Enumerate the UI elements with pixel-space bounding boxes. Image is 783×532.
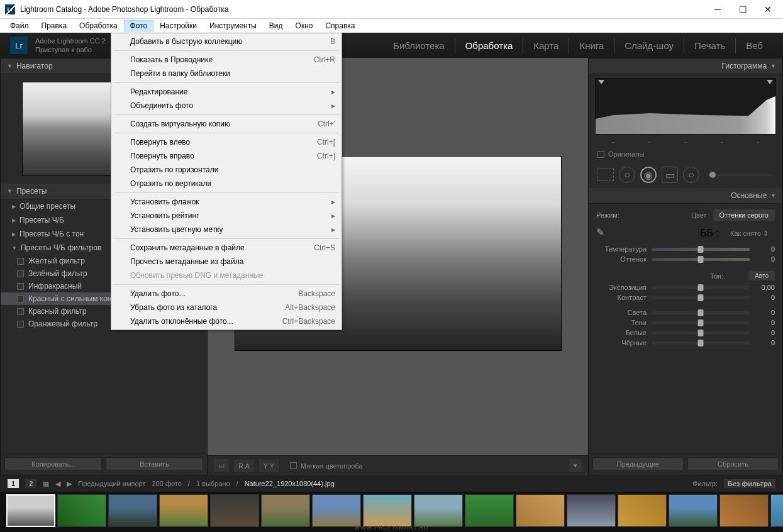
slider-Белые[interactable]: Белые0 — [596, 328, 775, 338]
module-Слайд-шоу[interactable]: Слайд-шоу — [614, 38, 684, 53]
menu-item[interactable]: Объединить фото▸ — [113, 99, 340, 113]
module-Карта[interactable]: Карта — [523, 38, 569, 53]
window-title: Lightroom Catalog - Adobe Photoshop Ligh… — [20, 5, 710, 14]
slider-Контраст[interactable]: Контраст0 — [596, 292, 775, 302]
menu-item[interactable]: Создать виртуальную копиюCtrl+' — [113, 117, 340, 131]
slider-Чёрные[interactable]: Чёрные0 — [596, 338, 775, 348]
menu-item[interactable]: Отразить по вертикали — [113, 177, 340, 191]
maximize-button[interactable]: ☐ — [735, 2, 750, 17]
menu-item[interactable]: Установить рейтинг▸ — [113, 209, 340, 223]
module-picker: БиблиотекаОбработкаКартаКнигаСлайд-шоуПе… — [383, 38, 773, 53]
histogram[interactable] — [595, 78, 776, 135]
crop-tool-icon[interactable] — [597, 169, 614, 181]
thumbnail[interactable] — [770, 494, 783, 527]
minimize-button[interactable]: ─ — [710, 2, 725, 17]
forward-icon[interactable]: ▶ — [67, 480, 72, 488]
filter-dropdown[interactable]: Без фильтра — [724, 479, 775, 488]
menu-фото[interactable]: Фото — [124, 20, 154, 31]
thumbnail[interactable] — [312, 494, 361, 527]
paste-button[interactable]: Вставить — [106, 457, 203, 471]
radial-tool-icon[interactable]: ○ — [683, 167, 699, 183]
display-2-badge[interactable]: 2 — [25, 479, 36, 488]
module-Обработка[interactable]: Обработка — [455, 38, 523, 53]
menu-item[interactable]: Удалить отклонённые фото...Ctrl+Backspac… — [113, 314, 340, 328]
slider-Оттенок[interactable]: Оттенок0 — [596, 254, 775, 264]
mode-tab[interactable]: Цвет — [685, 209, 713, 221]
thumbnail[interactable] — [210, 494, 259, 527]
menu-инструменты[interactable]: Инструменты — [203, 20, 263, 31]
compare-icon[interactable]: R A — [234, 460, 254, 472]
eyedropper-icon[interactable]: ✎ — [596, 226, 610, 240]
menu-item[interactable]: Повернуть вправоCtrl+] — [113, 149, 340, 163]
thumbnail[interactable] — [261, 494, 310, 527]
brush-size-slider[interactable] — [708, 174, 774, 176]
previous-button[interactable]: Предыдущие — [592, 457, 684, 471]
reset-button[interactable]: Сбросить — [687, 457, 779, 471]
menu-item[interactable]: Установить флажок▸ — [113, 195, 340, 209]
loupe-view-icon[interactable]: ▭ — [214, 459, 229, 472]
menu-item[interactable]: Установить цветную метку▸ — [113, 223, 340, 236]
menu-правка[interactable]: Правка — [35, 20, 74, 31]
redeye-tool-icon[interactable]: ◉ — [640, 167, 657, 183]
thumbnail[interactable] — [363, 494, 412, 527]
copy-button[interactable]: Копировать... — [4, 457, 102, 471]
menu-окно[interactable]: Окно — [289, 20, 319, 31]
slider-Света[interactable]: Света0 — [596, 308, 775, 318]
thumbnail[interactable] — [6, 494, 55, 527]
slider-Тени[interactable]: Тени0 — [596, 318, 775, 328]
menu-item[interactable]: Прочесть метаданные из файла — [113, 255, 340, 269]
close-button[interactable]: ✕ — [760, 2, 775, 17]
menu-файл[interactable]: Файл — [4, 20, 35, 31]
shadow-clip-icon[interactable] — [598, 80, 604, 84]
menu-item[interactable]: Показать в ПроводникеCtrl+R — [113, 53, 340, 67]
thumbnail[interactable] — [57, 494, 106, 527]
thumbnail[interactable] — [669, 494, 718, 527]
thumbnail[interactable] — [108, 494, 157, 527]
menu-item[interactable]: Убрать фото из каталогаAlt+Backspace — [113, 301, 340, 314]
display-1-badge[interactable]: 1 — [8, 479, 19, 488]
toolbar-expand-icon[interactable]: ▾ — [569, 459, 582, 472]
histogram-header[interactable]: Гистограмма▼ — [589, 58, 782, 74]
menu-item[interactable]: Удалить фото...Backspace — [113, 287, 340, 301]
basic-header[interactable]: Основные▼ — [589, 188, 782, 204]
selected-count: 1 выбрано — [196, 480, 230, 487]
spot-tool-icon[interactable]: ○ — [619, 167, 635, 183]
thumbnail[interactable] — [516, 494, 565, 527]
module-Книга[interactable]: Книга — [569, 38, 614, 53]
menu-справка[interactable]: Справка — [319, 20, 361, 31]
back-icon[interactable]: ◀ — [55, 480, 60, 488]
menu-item[interactable]: Повернуть влевоCtrl+[ — [113, 135, 340, 149]
grid-icon[interactable]: ▦ — [43, 480, 49, 488]
originals-checkbox[interactable] — [597, 151, 604, 158]
module-Печать[interactable]: Печать — [684, 38, 735, 53]
wb-dropdown[interactable]: Как снято ⇕ — [724, 228, 775, 240]
module-Библиотека[interactable]: Библиотека — [383, 38, 455, 53]
menu-item[interactable]: Добавить в быструю коллекциюB — [113, 35, 340, 48]
thumbnail[interactable] — [414, 494, 463, 527]
slider-Температура[interactable]: Температура0 — [596, 244, 775, 254]
module-Веб[interactable]: Веб — [735, 38, 773, 53]
soft-proof-checkbox[interactable] — [290, 462, 297, 469]
thumbnail[interactable] — [567, 494, 616, 527]
slider-Экспозиция[interactable]: Экспозиция0,00 — [596, 282, 775, 292]
menu-вид[interactable]: Вид — [263, 20, 289, 31]
thumbnail[interactable] — [618, 494, 667, 527]
highlight-clip-icon[interactable] — [767, 80, 773, 84]
menu-настройки[interactable]: Настройки — [153, 20, 203, 31]
menu-item[interactable]: Перейти в папку библиотеки — [113, 67, 340, 80]
menu-item[interactable]: Сохранить метаданные в файлеCtrl+S — [113, 241, 340, 255]
menu-item[interactable]: Отразить по горизонтали — [113, 163, 340, 177]
header-text: Adobe Lightroom CC 2 Приступая к рабо — [35, 36, 106, 54]
app-icon: Lr — [5, 4, 15, 14]
auto-tone-button[interactable]: Авто — [748, 271, 775, 280]
before-after-icon[interactable]: Y Y — [259, 460, 279, 472]
menu-item[interactable]: Редактирование▸ — [113, 85, 340, 99]
thumbnail[interactable] — [465, 494, 514, 527]
grad-tool-icon[interactable]: ▭ — [662, 167, 678, 183]
collection-name[interactable]: Предыдущий импорт — [78, 480, 145, 487]
current-filename[interactable]: Nature22_1920x1080(44).jpg — [245, 480, 335, 487]
menu-обработка[interactable]: Обработка — [73, 20, 124, 31]
mode-tab[interactable]: Оттенки серого — [713, 209, 775, 221]
thumbnail[interactable] — [159, 494, 208, 527]
thumbnail[interactable] — [719, 494, 769, 527]
